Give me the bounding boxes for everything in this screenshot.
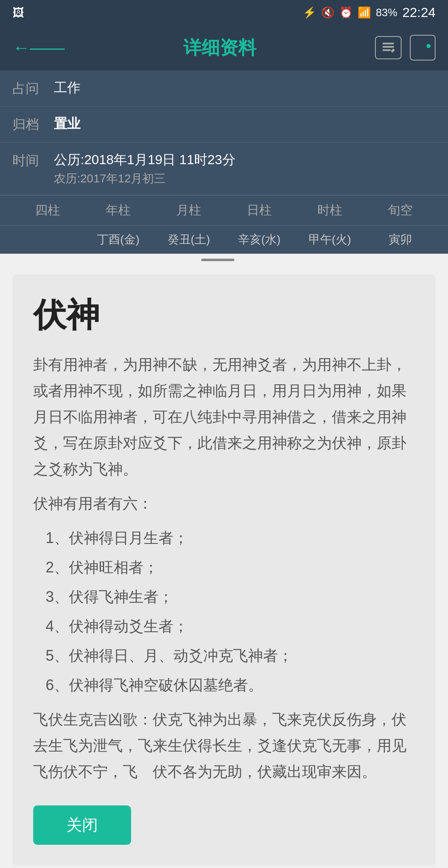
- status-time: 22:24: [402, 5, 436, 20]
- table-row-preview: 丁酉(金) 癸丑(土) 辛亥(水) 甲午(火) 寅卯: [0, 225, 448, 254]
- list-item-1: 1、伏神得日月生者；: [46, 525, 415, 551]
- list-item-3: 3、伏得飞神生者；: [46, 584, 415, 610]
- list-item-6: 6、伏神得飞神空破休囚墓绝者。: [46, 672, 415, 698]
- article-list: 1、伏神得日月生者； 2、伏神旺相者； 3、伏得飞神生者； 4、伏神得动爻生者；…: [46, 525, 415, 698]
- nav-actions: [375, 35, 436, 61]
- mute-icon: 🔇: [321, 6, 334, 19]
- info-row-time: 时间 公历:2018年1月19日 11时23分 农历:2017年12月初三: [0, 143, 448, 195]
- time-lunar: 农历:2017年12月初三: [54, 171, 436, 187]
- info-row-question: 占问 工作: [0, 70, 448, 107]
- divider: [201, 259, 234, 261]
- col-nianzhu: 年柱: [83, 202, 153, 219]
- archive-label: 归档: [12, 115, 54, 134]
- battery-text: 83%: [376, 6, 397, 19]
- col-sizhu: 四柱: [12, 202, 83, 219]
- content-area: 伏神 卦有用神者，为用神不缺，无用神爻者，为用神不上卦，或者用神不现，如所需之神…: [0, 266, 448, 868]
- status-bar: 🖼 ⚡ 🔇 ⏰ 📶 83% 22:24: [0, 0, 448, 25]
- question-value: 工作: [54, 79, 436, 97]
- article-body: 卦有用神者，为用神不缺，无用神爻者，为用神不上卦，或者用神不现，如所需之神临月日…: [33, 352, 415, 785]
- cell-xunkong: 寅卯: [365, 232, 436, 247]
- cell-month: 癸丑(土): [153, 232, 224, 247]
- cell-day: 辛亥(水): [224, 232, 295, 247]
- info-row-archive: 归档 置业: [0, 107, 448, 143]
- divider-container: [0, 254, 448, 266]
- question-label: 占问: [12, 79, 54, 98]
- cell-hour: 甲午(火): [295, 232, 365, 247]
- back-button[interactable]: ←——: [12, 38, 65, 58]
- close-button[interactable]: 关闭: [33, 805, 131, 845]
- table-header: 四柱 年柱 月柱 日柱 时柱 旬空: [0, 195, 448, 225]
- article-card: 伏神 卦有用神者，为用神不缺，无用神爻者，为用神不上卦，或者用神不现，如所需之神…: [12, 274, 436, 866]
- edit-icon: [381, 40, 396, 55]
- article-closing: 飞伏生克吉凶歌：伏克飞神为出暴，飞来克伏反伤身，伏去生飞为泄气，飞来生伏得长生，…: [33, 706, 415, 785]
- list-item-5: 5、伏神得日、月、动爻冲克飞神者；: [46, 643, 415, 669]
- nav-bar: ←—— 详细资料: [0, 25, 448, 70]
- article-para-1: 卦有用神者，为用神不缺，无用神爻者，为用神不上卦，或者用神不现，如所需之神临月日…: [33, 352, 415, 482]
- cell-empty: [12, 232, 83, 247]
- time-solar: 公历:2018年1月19日 11时23分: [54, 152, 236, 167]
- close-btn-container: 关闭: [33, 805, 415, 845]
- svg-rect-1: [382, 46, 394, 48]
- time-label: 时间: [12, 151, 54, 170]
- article-title: 伏神: [33, 295, 415, 335]
- svg-rect-0: [382, 43, 394, 44]
- list-item-4: 4、伏神得动爻生者；: [46, 613, 415, 639]
- svg-rect-2: [382, 49, 391, 51]
- col-shizhu: 时柱: [295, 202, 365, 219]
- article-para-2: 伏神有用者有六：: [33, 490, 415, 516]
- grid-button[interactable]: [410, 35, 436, 61]
- col-yuezhu: 月柱: [153, 202, 224, 219]
- alarm-icon: ⏰: [339, 6, 353, 19]
- page-title: 详细资料: [183, 36, 256, 60]
- time-value: 公历:2018年1月19日 11时23分 农历:2017年12月初三: [54, 151, 436, 187]
- archive-value: 置业: [54, 115, 436, 133]
- status-left: 🖼: [12, 6, 24, 19]
- col-xunkong: 旬空: [365, 202, 436, 219]
- back-arrow-icon: ←——: [12, 38, 65, 58]
- photo-icon: 🖼: [12, 6, 24, 19]
- status-right: ⚡ 🔇 ⏰ 📶 83% 22:24: [303, 5, 436, 20]
- wifi-icon: 📶: [358, 6, 371, 19]
- cell-year: 丁酉(金): [83, 232, 153, 247]
- bluetooth-icon: ⚡: [303, 6, 316, 19]
- edit-button[interactable]: [375, 36, 402, 59]
- info-panel: 占问 工作 归档 置业 时间 公历:2018年1月19日 11时23分 农历:2…: [0, 70, 448, 254]
- list-item-2: 2、伏神旺相者；: [46, 554, 415, 580]
- col-rizhu: 日柱: [224, 202, 295, 219]
